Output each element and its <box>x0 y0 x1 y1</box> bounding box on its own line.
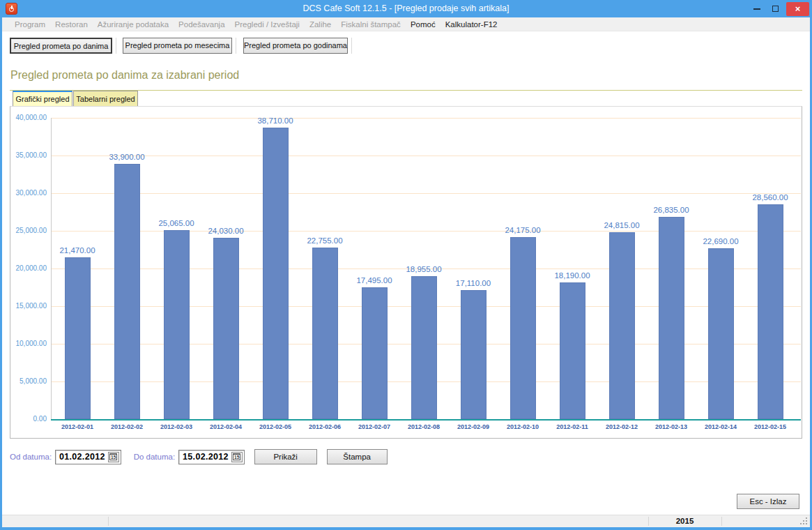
bar-value-label: 18,190.00 <box>554 271 590 280</box>
y-axis-tick-label: 40,000.00 <box>0 114 47 121</box>
y-gridline <box>51 118 801 119</box>
x-axis-tick-label: 2012-02-03 <box>160 423 192 430</box>
status-year: 2015 <box>648 515 721 528</box>
print-button[interactable]: Štampa <box>327 449 388 464</box>
statusbar-separator <box>721 517 722 526</box>
x-axis-tick-label: 2012-02-11 <box>556 423 588 430</box>
calendar-icon: 15 <box>233 453 240 460</box>
date-filter-row: Od datuma: 01.02.2012 15 Do datuma: 15.0… <box>10 448 388 465</box>
bar <box>560 282 585 419</box>
bar <box>708 248 734 419</box>
x-axis-tick-label: 2012-02-09 <box>457 423 489 430</box>
x-axis-tick-label: 2012-02-13 <box>655 423 687 430</box>
bar <box>609 232 635 419</box>
bar <box>461 290 487 419</box>
bar <box>758 204 783 419</box>
menu-item-zalihe[interactable]: Zalihe <box>305 17 336 31</box>
report-by-years-button[interactable]: Pregled prometa po godinama <box>243 38 348 54</box>
y-gridline <box>51 193 801 194</box>
bar <box>213 238 239 419</box>
menu-item-podesavanja[interactable]: Podešavanja <box>174 17 230 31</box>
x-axis-tick-label: 2012-02-08 <box>408 423 440 430</box>
menu-item-fiskalni-stampac[interactable]: Fiskalni štampač <box>336 17 406 31</box>
esc-exit-button[interactable]: Esc - Izlaz <box>737 494 799 509</box>
y-gridline <box>51 156 801 156</box>
from-date-input[interactable]: 01.02.2012 15 <box>55 450 121 464</box>
x-axis-tick-label: 2012-02-05 <box>259 423 291 430</box>
x-axis-tick-label: 2012-02-04 <box>210 423 242 430</box>
bar-value-label: 24,175.00 <box>505 226 540 234</box>
menu-item-azuriranje-podataka[interactable]: Ažuriranje podataka <box>93 17 174 31</box>
bar-value-label: 33,900.00 <box>109 153 144 161</box>
x-axis-tick-label: 2012-02-02 <box>111 423 143 430</box>
menu-bar: Program Restoran Ažuriranje podataka Pod… <box>2 17 810 31</box>
x-axis-tick-label: 2012-02-15 <box>754 423 786 430</box>
window-content: Program Restoran Ažuriranje podataka Pod… <box>2 17 810 527</box>
bar <box>312 248 338 419</box>
bar-value-label: 25,065.00 <box>158 219 194 227</box>
y-axis-tick-label: 25,000.00 <box>0 227 47 234</box>
report-toolbar: Pregled prometa po danima Pregled promet… <box>10 38 352 54</box>
bar <box>362 287 388 419</box>
menu-item-pregledi-izvestaji[interactable]: Pregledi / Izveštaji <box>230 17 305 31</box>
maximize-button[interactable] <box>766 1 784 16</box>
toolbar-separator <box>236 38 236 54</box>
to-date-label: Do datuma: <box>134 453 175 461</box>
bar-value-label: 38,710.00 <box>257 116 293 125</box>
bar-value-label: 26,835.00 <box>653 206 689 214</box>
title-bar: DCS Cafe Soft 12.1.5 - [Pregled prodaje … <box>0 0 812 17</box>
y-axis-line <box>51 118 52 419</box>
x-axis-line <box>51 419 801 421</box>
bar-value-label: 17,495.00 <box>356 276 392 285</box>
maximize-icon <box>772 6 779 12</box>
bar-value-label: 22,755.00 <box>307 236 342 245</box>
y-axis-tick-label: 10,000.00 <box>0 340 47 347</box>
calendar-icon: 15 <box>109 453 117 460</box>
close-button[interactable]: × <box>786 2 809 16</box>
resize-grip-icon[interactable] <box>806 523 807 524</box>
bar <box>263 128 289 419</box>
from-date-calendar-button[interactable]: 15 <box>108 452 119 462</box>
minimize-icon <box>753 8 760 10</box>
to-date-calendar-button[interactable]: 15 <box>231 452 243 462</box>
toolbar-separator <box>351 38 352 54</box>
bar-value-label: 22,690.00 <box>703 237 738 245</box>
x-axis-tick-label: 2012-02-06 <box>309 423 341 430</box>
window-title: DCS Cafe Soft 12.1.5 - [Pregled prodaje … <box>0 0 812 17</box>
menu-item-program[interactable]: Program <box>10 17 50 31</box>
x-axis-tick-label: 2012-02-12 <box>606 423 638 430</box>
menu-item-kalkulator-f12[interactable]: Kalkulator-F12 <box>441 17 503 31</box>
bar <box>164 230 190 419</box>
menu-item-pomoc[interactable]: Pomoć <box>406 17 441 31</box>
bar-chart: 0.005,000.0010,000.0015,000.0020,000.002… <box>10 91 803 439</box>
report-by-days-button[interactable]: Pregled prometa po danima <box>10 38 112 54</box>
toolbar-separator <box>116 38 116 54</box>
from-date-label: Od datuma: <box>10 453 52 461</box>
x-axis-tick-label: 2012-02-14 <box>705 423 737 430</box>
chart-container: 0.005,000.0010,000.0015,000.0020,000.002… <box>10 106 802 439</box>
to-date-value: 15.02.2012 <box>183 452 229 462</box>
app-window: DCS Cafe Soft 12.1.5 - [Pregled prodaje … <box>0 0 812 530</box>
report-by-months-button[interactable]: Pregled prometa po mesecima <box>123 38 232 54</box>
show-button[interactable]: Prikaži <box>254 449 317 464</box>
bar <box>411 276 437 419</box>
x-axis-tick-label: 2012-02-07 <box>358 423 390 430</box>
tab-graficki-pregled[interactable]: Grafički pregled <box>13 91 72 106</box>
status-bar: 2015 <box>2 515 810 527</box>
x-axis-tick-label: 2012-02-01 <box>61 423 93 430</box>
bar <box>65 257 91 419</box>
bar-value-label: 17,110.00 <box>456 279 491 287</box>
y-axis-tick-label: 15,000.00 <box>0 302 47 310</box>
close-icon: × <box>795 3 801 14</box>
y-axis-tick-label: 5,000.00 <box>0 377 47 385</box>
menu-item-restoran[interactable]: Restoran <box>50 17 93 31</box>
x-axis-tick-label: 2012-02-10 <box>507 423 539 430</box>
y-axis-tick-label: 0.00 <box>0 415 47 423</box>
y-axis-tick-label: 35,000.00 <box>0 151 47 159</box>
y-axis-tick-label: 20,000.00 <box>0 264 47 272</box>
y-axis-tick-label: 30,000.00 <box>0 189 47 197</box>
bar <box>510 237 536 419</box>
to-date-input[interactable]: 15.02.2012 15 <box>178 450 245 464</box>
bar-value-label: 24,815.00 <box>604 221 639 229</box>
minimize-button[interactable] <box>748 1 766 16</box>
